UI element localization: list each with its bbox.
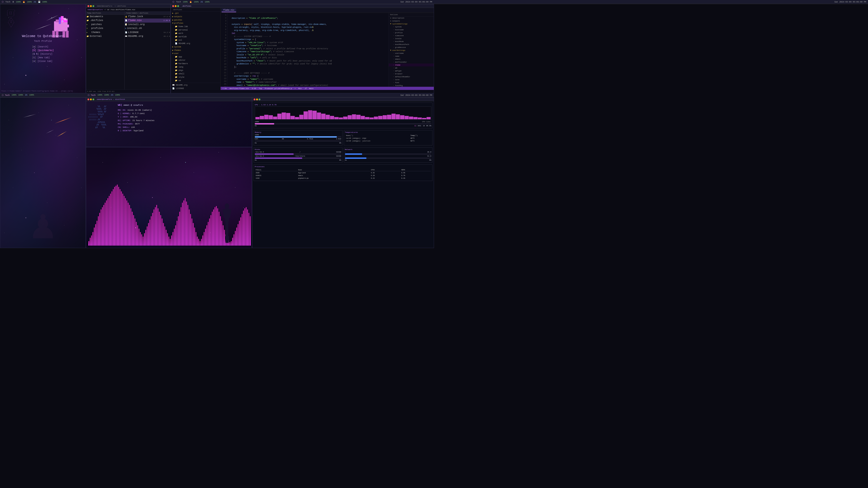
browser-menu-search[interactable]: [o] [Search] xyxy=(32,45,54,49)
tree-worklab[interactable]: 📁 worklab xyxy=(171,35,220,38)
neofetch-max-btn[interactable] xyxy=(92,98,94,100)
outline-username[interactable]: · username xyxy=(389,52,434,55)
tree-user-app[interactable]: 📁 app xyxy=(171,55,220,59)
tree-user-hardware[interactable]: 📁 hardware xyxy=(171,62,220,65)
tb2-right: Sat 2024-03-09 05:06:00 PM xyxy=(401,1,432,3)
tree-themes[interactable]: ▶ themes xyxy=(171,48,220,52)
max-btn[interactable] xyxy=(92,5,94,7)
neofetch-logo: \\ // \\\\ // \\\\ // :::::: \\\// :::::… xyxy=(88,103,115,147)
disk-row-2: /dev/dm-0 /nix/store 504GB xyxy=(255,155,341,157)
cpu-minibar-7 xyxy=(286,113,290,119)
outline-fontpkg[interactable]: · fontPkg xyxy=(389,84,434,87)
tree-user-style[interactable]: 📁 style xyxy=(171,75,220,79)
min-btn[interactable] xyxy=(90,5,92,7)
tree-patches[interactable]: ▶ patches xyxy=(171,18,220,22)
tree-user-shell[interactable]: 📁 shell xyxy=(171,72,220,75)
outline-font[interactable]: · font xyxy=(389,81,434,84)
file-row-patches[interactable]: ▶patches xyxy=(86,23,124,26)
cpu-minibar-11 xyxy=(304,111,308,119)
outline-theme[interactable]: · theme xyxy=(389,64,434,66)
file-right-license[interactable]: 📄 LICENSE 34.2 K xyxy=(125,31,170,34)
outline-locale[interactable]: · locale xyxy=(389,37,434,40)
outline-wmtype[interactable]: · wmType xyxy=(389,69,434,72)
tree-profiles-expanded[interactable]: ▼ profiles xyxy=(171,22,220,25)
editor-tab-flakenix[interactable]: flake.nix xyxy=(221,8,236,12)
vis-bar-52 xyxy=(159,212,160,244)
outline-description[interactable]: ◇ description xyxy=(389,17,434,20)
outline-wm[interactable]: · wm xyxy=(389,66,434,69)
sidebar-header: .dotfiles xyxy=(171,8,220,11)
outline-user-settings[interactable]: ▼ userSettings xyxy=(389,49,434,52)
tree-user-wm[interactable]: 📁 wm xyxy=(171,79,220,82)
file-right-flakenix[interactable]: 📄 flake.nix 2.26 K xyxy=(125,19,170,22)
editor-min-btn[interactable] xyxy=(175,5,177,7)
sysmon-max-btn[interactable] xyxy=(258,98,260,100)
outline-hostname[interactable]: · hostname xyxy=(389,28,434,31)
vis-bar-12 xyxy=(105,203,105,244)
processes-section: Processes PID(d) Name CPU% MEM% 2928 Hyp… xyxy=(254,164,432,181)
browser-ascii-art: .-------. / ___ _\ | | | | | |_| | \ / `… xyxy=(7,9,15,27)
close-btn[interactable] xyxy=(88,5,89,7)
sysmon-close-btn[interactable] xyxy=(254,98,255,100)
vis-bar-76 xyxy=(191,219,192,244)
file-row-documents[interactable]: 📁Documents xyxy=(86,15,124,19)
editor-max-btn[interactable] xyxy=(177,5,179,7)
tree-git[interactable]: ▶ .git xyxy=(171,11,220,15)
file-right-flakelock[interactable]: 🔒 flake.lock 27.5 K xyxy=(125,15,170,19)
neofetch-close-btn[interactable] xyxy=(88,98,89,100)
visualizer-window xyxy=(86,147,252,244)
file-row-themes[interactable]: ▶themes xyxy=(86,31,124,34)
outline-bootmountpath[interactable]: · bootMountPath xyxy=(389,43,434,46)
vis-bar-16 xyxy=(110,194,111,244)
neofetch-window: emmet@snowfire — distfetch \\ // \\\\ //… xyxy=(86,97,252,147)
outline-defaultroamdir[interactable]: · defaultRoamDir xyxy=(389,75,434,78)
browser-menu-closetab[interactable]: [x] [Close tab] xyxy=(32,60,54,63)
tree-work[interactable]: 📁 work xyxy=(171,32,220,35)
memory-details-row: EAM: 9% 5.761G 2.016 xyxy=(255,138,341,140)
vis-bar-83 xyxy=(201,239,202,244)
tree-system[interactable]: ▶ system xyxy=(171,45,220,48)
outline-term[interactable]: · term xyxy=(389,78,434,81)
file-row-profiles[interactable]: ▼profiles xyxy=(86,26,124,30)
outline-system-settings[interactable]: ▼ systemSettings xyxy=(389,22,434,25)
tree-readme-root[interactable]: 📖 README.org xyxy=(171,84,220,87)
tree-readme-org-profiles[interactable]: 📄 README.org xyxy=(171,42,220,45)
outline-dotfilesdir[interactable]: · dotfilesDir xyxy=(389,61,434,64)
tree-outputs[interactable]: ▶ outputs xyxy=(171,15,220,18)
net-down-fill xyxy=(345,153,362,155)
sysmon-min-btn[interactable] xyxy=(256,98,258,100)
disk-1-mount: / xyxy=(300,151,301,153)
neofetch-titlebar-text: emmet@snowfire — distfetch xyxy=(97,98,125,100)
tree-license[interactable]: 📄 LICENSE xyxy=(171,87,220,90)
file-row-external[interactable]: 📁External xyxy=(86,34,124,38)
outline-grubdevice[interactable]: · grubDevice xyxy=(389,46,434,49)
neofetch-min-btn[interactable] xyxy=(90,98,92,100)
vis-bar-0 xyxy=(88,241,89,244)
tree-wsl[interactable]: 📁 wsl xyxy=(171,38,220,42)
sysmonitor-content: CPU - 1.53 1.14 0.78 100% CPU like: 0s 1… xyxy=(252,101,434,244)
tree-personal[interactable]: 📁 personal xyxy=(171,28,220,32)
tree-user-editor[interactable]: 📁 editor xyxy=(171,59,220,62)
tree-homelab[interactable]: 📁 home.lab xyxy=(171,25,220,28)
outline-profile[interactable]: · profile xyxy=(389,31,434,34)
outline-outputs[interactable]: ◇ outputs xyxy=(389,20,434,22)
outline-name[interactable]: · name xyxy=(389,55,434,58)
outline-browser[interactable]: · browser xyxy=(389,72,434,75)
outline-system[interactable]: · system xyxy=(389,25,434,28)
tree-user-lang[interactable]: 📁 lang xyxy=(171,65,220,69)
outline-timezone[interactable]: · timezone xyxy=(389,34,434,37)
editor-close-btn[interactable] xyxy=(172,5,174,7)
file-right-installorg[interactable]: 📝 install.org xyxy=(125,23,170,26)
tree-user-pkgs[interactable]: 📁 pkgs xyxy=(171,69,220,72)
outline-email[interactable]: · email xyxy=(389,58,434,61)
browser-menu-newtab[interactable]: [t] [New tab] xyxy=(32,56,54,60)
tree-user-expanded[interactable]: ▼ user xyxy=(171,52,220,55)
vis-bar-18 xyxy=(113,189,114,244)
file-right-installsh[interactable]: ⚙ install.sh xyxy=(125,26,170,30)
browser-menu-history[interactable]: [S h] [History] xyxy=(32,53,54,56)
browser-menu-quickmarks[interactable]: [b] [Quickmarks] xyxy=(32,49,54,53)
outline-bootmode[interactable]: · bootMode xyxy=(389,40,434,43)
file-right-readme[interactable]: 📖 README.org 40.4 K xyxy=(125,34,170,38)
mem-progress-bar xyxy=(255,136,341,138)
file-row-dotfiles[interactable]: 📁.dotfiles xyxy=(86,19,124,22)
